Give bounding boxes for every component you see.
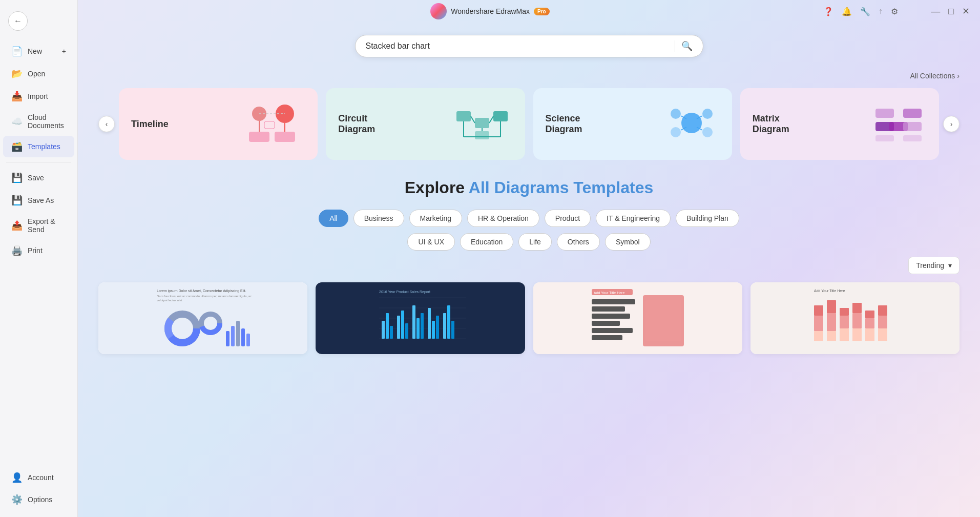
svg-text:Lorem ipsum Dolor sit Amet, Co: Lorem ipsum Dolor sit Amet, Consectetur …: [157, 289, 246, 293]
filter-others[interactable]: Others: [557, 233, 600, 251]
close-button[interactable]: ✕: [960, 4, 972, 19]
sidebar: ← 📄 New + 📂 Open 📥 Import ☁️ Cloud Docum…: [0, 0, 78, 517]
sidebar-label-cloud: Cloud Documents: [28, 113, 66, 130]
carousel-items: Timeline Circuit Diagram: [119, 88, 939, 160]
next-icon: ›: [950, 120, 953, 128]
carousel-title-science: Science Diagram: [546, 113, 607, 135]
carousel-card-matrix[interactable]: Matrix Diagram: [740, 88, 939, 160]
sidebar-item-options[interactable]: ⚙️ Options: [3, 489, 74, 510]
options-icon: ⚙️: [11, 494, 23, 505]
maximize-button[interactable]: □: [946, 4, 956, 19]
svg-rect-8: [456, 111, 471, 121]
minimize-button[interactable]: —: [929, 4, 942, 19]
search-container: 🔍: [98, 35, 960, 57]
filter-business[interactable]: Business: [353, 210, 404, 227]
svg-rect-92: [865, 311, 874, 318]
science-illustration: [663, 104, 720, 144]
svg-point-21: [671, 127, 681, 137]
carousel-card-science[interactable]: Science Diagram: [533, 88, 732, 160]
search-box: 🔍: [355, 35, 703, 57]
carousel-next-button[interactable]: ›: [943, 116, 960, 132]
template-chart-2: 2016 Year Product Sales Report: [369, 285, 471, 351]
filter-product[interactable]: Product: [545, 210, 591, 227]
trending-row: Trending ▾: [98, 257, 960, 274]
svg-rect-65: [436, 316, 439, 339]
app-title: Wondershare EdrawMax: [451, 7, 530, 15]
sidebar-item-cloud[interactable]: ☁️ Cloud Documents: [3, 108, 74, 135]
sidebar-item-open[interactable]: 📂 Open: [3, 63, 74, 85]
svg-rect-87: [840, 316, 849, 328]
svg-rect-81: [814, 316, 823, 331]
sidebar-item-save[interactable]: 💾 Save: [3, 167, 74, 189]
share-icon[interactable]: ↑: [879, 7, 883, 16]
titlebar-toolbar: ❓ 🔔 🔧 ↑ ⚙: [823, 0, 898, 23]
trending-dropdown[interactable]: Trending ▾: [908, 257, 960, 274]
sidebar-label-print: Print: [28, 246, 43, 255]
filter-it[interactable]: IT & Engineering: [596, 210, 671, 227]
filter-all[interactable]: All: [319, 210, 348, 227]
print-icon: 🖨️: [11, 245, 23, 256]
sidebar-item-templates[interactable]: 🗃️ Templates: [3, 136, 74, 157]
sidebar-item-export[interactable]: 📤 Export & Send: [3, 212, 74, 239]
svg-rect-60: [412, 305, 415, 339]
sidebar-bottom: 👤 Account ⚙️ Options: [0, 466, 77, 511]
carousel-prev-button[interactable]: ‹: [98, 116, 115, 132]
collections-chevron: ›: [957, 72, 960, 80]
filter-building[interactable]: Building Plan: [676, 210, 739, 227]
open-icon: 📂: [11, 68, 23, 79]
svg-rect-83: [827, 300, 836, 313]
filter-ui[interactable]: UI & UX: [407, 233, 455, 251]
svg-rect-5: [275, 132, 295, 142]
pro-badge: Pro: [534, 8, 550, 15]
svg-rect-55: [386, 313, 389, 339]
svg-text:Add Your Title Here: Add Your Title Here: [814, 289, 845, 293]
filter-hr[interactable]: HR & Operation: [467, 210, 539, 227]
tools-icon[interactable]: 🔧: [860, 7, 870, 16]
search-input[interactable]: [366, 42, 669, 51]
templates-icon: 🗃️: [11, 141, 23, 152]
svg-rect-11: [475, 131, 489, 139]
all-collections-label: All Collections: [910, 72, 955, 80]
filter-marketing[interactable]: Marketing: [409, 210, 462, 227]
sidebar-item-saveas[interactable]: 💾 Save As: [3, 190, 74, 211]
svg-rect-62: [421, 313, 424, 339]
template-card-1[interactable]: Lorem ipsum Dolor sit Amet, Consectetur …: [98, 282, 307, 354]
template-card-2[interactable]: 2016 Year Product Sales Report: [316, 282, 525, 354]
svg-rect-9: [493, 111, 508, 121]
carousel-card-circuit[interactable]: Circuit Diagram: [326, 88, 525, 160]
svg-rect-7: [264, 121, 275, 129]
svg-rect-31: [903, 122, 922, 131]
svg-rect-76: [592, 335, 622, 340]
saveas-icon: 💾: [11, 195, 23, 206]
titlebar: Wondershare EdrawMax Pro ❓ 🔔 🔧 ↑ ⚙ — □ ✕: [0, 0, 980, 23]
filter-symbol[interactable]: Symbol: [605, 233, 651, 251]
svg-rect-67: [447, 305, 450, 339]
filter-life[interactable]: Life: [518, 233, 552, 251]
svg-rect-64: [432, 321, 435, 339]
svg-rect-88: [840, 328, 849, 341]
template-card-3[interactable]: Add Your Title Here: [533, 282, 742, 354]
svg-rect-95: [878, 305, 887, 316]
sidebar-item-import[interactable]: 📥 Import: [3, 86, 74, 107]
svg-rect-80: [814, 305, 823, 316]
user-avatar: [430, 3, 447, 19]
sidebar-item-new[interactable]: 📄 New +: [3, 40, 74, 62]
carousel-card-timeline[interactable]: Timeline: [119, 88, 318, 160]
svg-line-12: [471, 116, 475, 123]
window-controls: — □ ✕: [929, 0, 972, 23]
bell-icon[interactable]: 🔔: [842, 7, 852, 16]
search-button[interactable]: 🔍: [681, 40, 693, 52]
template-card-4[interactable]: Add Your Title Here: [750, 282, 960, 354]
svg-rect-72: [592, 306, 625, 312]
svg-rect-28: [903, 109, 922, 118]
svg-rect-59: [405, 323, 408, 339]
filter-education[interactable]: Education: [460, 233, 513, 251]
circuit-illustration: [451, 104, 513, 144]
sidebar-item-account[interactable]: 👤 Account: [3, 467, 74, 488]
sidebar-item-print[interactable]: 🖨️ Print: [3, 240, 74, 261]
gear-icon[interactable]: ⚙: [891, 7, 898, 16]
help-icon[interactable]: ❓: [823, 7, 833, 16]
all-collections-link[interactable]: All Collections ›: [910, 72, 960, 80]
sidebar-label-open: Open: [28, 70, 45, 78]
template-img-4: Add Your Title Here: [750, 282, 960, 354]
